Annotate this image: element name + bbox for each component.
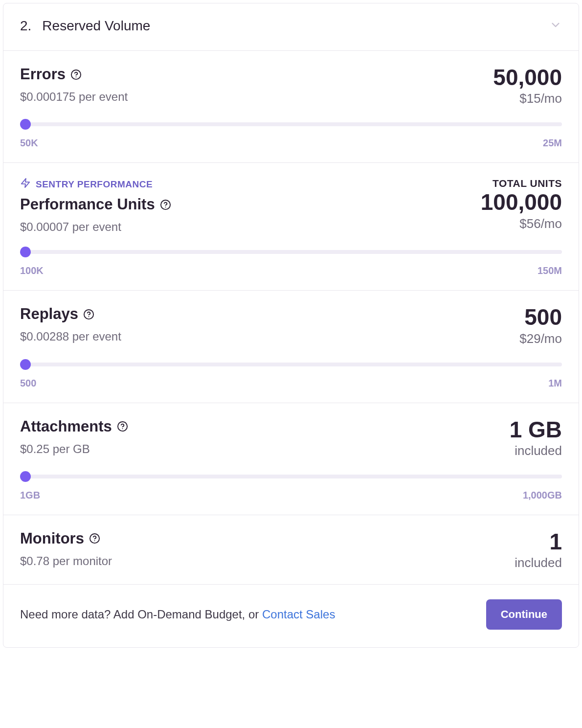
contact-sales-link[interactable]: Contact Sales: [262, 608, 335, 621]
slider-max: 1,000GB: [523, 490, 562, 501]
section-header[interactable]: 2. Reserved Volume: [3, 3, 579, 51]
slider-thumb[interactable]: [20, 359, 31, 370]
slider-track: [20, 475, 562, 478]
pricing-text: $0.78 per monitor: [20, 554, 112, 568]
continue-button[interactable]: Continue: [486, 599, 562, 630]
panel-monthly: $56/mo: [481, 216, 562, 231]
pricing-text: $0.00288 per event: [20, 330, 121, 343]
slider-thumb[interactable]: [20, 471, 31, 482]
step-number: 2.: [20, 18, 31, 34]
panel-monthly: $15/mo: [493, 91, 562, 106]
step-title: Reserved Volume: [42, 18, 150, 34]
slider-max: 150M: [537, 265, 562, 276]
slider-max: 25M: [543, 137, 562, 149]
help-icon[interactable]: [117, 421, 128, 432]
help-icon[interactable]: [70, 69, 82, 80]
panel-title: Errors: [20, 66, 128, 83]
help-icon[interactable]: [89, 533, 100, 544]
slider-track: [20, 122, 562, 126]
panel-replays: Replays $0.00288 per event 500 $29/mo 50…: [3, 291, 579, 403]
replays-slider[interactable]: [20, 359, 562, 370]
slider-max: 1M: [548, 378, 562, 389]
slider-thumb[interactable]: [20, 247, 31, 257]
reserved-volume-card: 2. Reserved Volume Errors $0.000175 per …: [3, 3, 579, 648]
slider-track: [20, 363, 562, 366]
panel-monthly: $29/mo: [519, 331, 562, 346]
help-icon[interactable]: [83, 309, 94, 320]
slider-min: 100K: [20, 265, 44, 276]
section-title: 2. Reserved Volume: [20, 18, 150, 34]
performance-slider[interactable]: [20, 247, 562, 257]
footer-text: Need more data? Add On-Demand Budget, or…: [20, 608, 335, 621]
pricing-text: $0.25 per GB: [20, 442, 128, 456]
pricing-text: $0.000175 per event: [20, 90, 128, 104]
overline-left: SENTRY PERFORMANCE: [20, 178, 171, 191]
panel-monitors: Monitors $0.78 per monitor 1 included: [3, 515, 579, 585]
slider-min: 500: [20, 378, 36, 389]
errors-slider[interactable]: [20, 119, 562, 130]
svg-marker-2: [22, 179, 30, 187]
pricing-text: $0.00007 per event: [20, 220, 171, 234]
panel-value: 1: [515, 530, 562, 553]
slider-min: 50K: [20, 137, 38, 149]
panel-errors: Errors $0.000175 per event 50,000 $15/mo…: [3, 51, 579, 163]
panel-attachments: Attachments $0.25 per GB 1 GB included 1…: [3, 403, 579, 515]
panel-title: Replays: [20, 305, 121, 323]
lightning-icon: [20, 178, 31, 191]
slider-thumb[interactable]: [20, 119, 31, 130]
overline-right: TOTAL UNITS: [481, 178, 562, 189]
panel-title: Performance Units: [20, 196, 171, 213]
panel-performance: SENTRY PERFORMANCE Performance Units $0.…: [3, 163, 579, 291]
panel-value: 100,000: [481, 190, 562, 214]
footer: Need more data? Add On-Demand Budget, or…: [3, 585, 579, 647]
panel-monthly: included: [515, 555, 562, 570]
panel-value: 1 GB: [510, 418, 562, 441]
attachments-slider[interactable]: [20, 471, 562, 482]
help-icon[interactable]: [160, 199, 171, 210]
panel-monthly: included: [510, 443, 562, 458]
panel-title: Attachments: [20, 418, 128, 435]
panel-value: 50,000: [493, 66, 562, 89]
panel-title: Monitors: [20, 530, 112, 547]
slider-track: [20, 250, 562, 254]
panel-value: 500: [519, 305, 562, 329]
slider-min: 1GB: [20, 490, 40, 501]
chevron-down-icon[interactable]: [549, 19, 562, 33]
